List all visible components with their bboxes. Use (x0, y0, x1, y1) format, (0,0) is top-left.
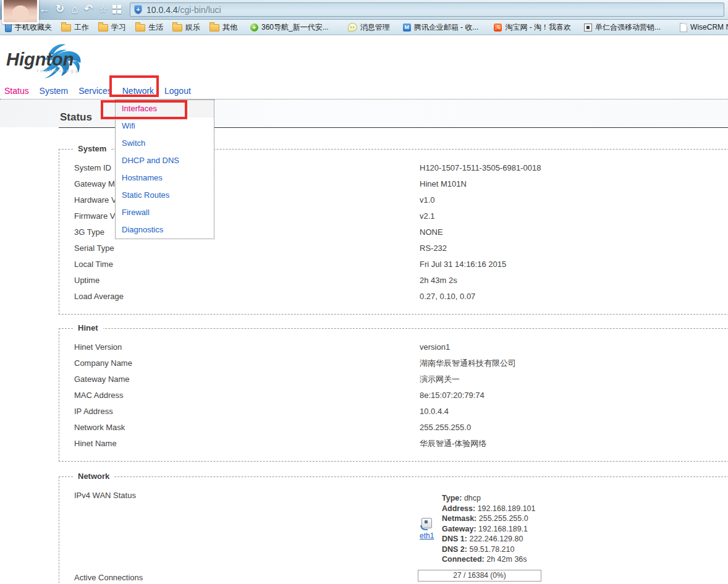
section-system-legend: System (73, 144, 111, 153)
table-row: IP Address10.0.4.4 (74, 404, 728, 420)
bookmark-folder-work[interactable]: 工作 (61, 22, 89, 33)
menu-item-diagnostics[interactable]: Diagnostics (116, 221, 214, 239)
nav-item-network[interactable]: Network (122, 86, 154, 96)
network-dropdown-menu: Interfaces Wifi Switch DHCP and DNS Host… (115, 99, 214, 239)
table-row: Hinet Name华辰智通-体验网络 (74, 436, 728, 452)
table-row: Local TimeFri Jul 31 14:16:16 2015 (74, 256, 728, 273)
star-icon[interactable]: ☆ (96, 2, 111, 17)
wan-status-value: eth1 Type: dhcp Address: 192.168.189.101… (420, 493, 536, 565)
active-connections-progressbar: 27 / 16384 (0%) (418, 570, 541, 582)
bookmark-message-manager[interactable]: 消息管理 (348, 22, 390, 33)
folder-icon (210, 24, 219, 32)
menu-item-firewall[interactable]: Firewall (116, 204, 214, 221)
nav-item-system[interactable]: System (40, 86, 69, 96)
bookmark-tencent-mail[interactable]: 腾讯企业邮箱 - 收... (403, 22, 479, 33)
menu-item-interfaces[interactable]: Interfaces (116, 100, 214, 117)
bookmark-taobao[interactable]: 淘宝网 - 淘！我喜欢 (494, 22, 571, 33)
section-hinet: Hinet Hinet Versionversion1 Company Name… (59, 328, 728, 462)
active-connections-label: Active Connections (74, 573, 143, 582)
apps-grid-icon[interactable] (112, 5, 121, 14)
wan-detail-line: Netmask: 255.255.255.0 (442, 514, 536, 524)
url-text[interactable]: 10.0.4.4/cgi-bin/luci (146, 5, 221, 15)
bookmark-folder-life[interactable]: 生活 (135, 22, 163, 33)
section-network-legend: Network (73, 472, 114, 481)
bookmarks-bar: 手机收藏夹 工作 学习 生活 娱乐 其他 360导航_新一代安... 消息管理 … (0, 20, 728, 35)
interface-eth1-link[interactable]: eth1 (420, 531, 434, 540)
table-row: Gateway Name演示网关一 (74, 371, 728, 387)
wan-detail-line: DNS 1: 222.246.129.80 (442, 534, 536, 544)
bookmark-folder-study[interactable]: 学习 (98, 22, 126, 33)
url-host: 10.0.4.4 (146, 5, 178, 15)
nav-item-services[interactable]: Services (78, 86, 112, 96)
section-network: Network IPv4 WAN Status eth1 Type: dhcp … (59, 476, 728, 584)
table-row: MAC Address8e:15:07:20:79:74 (74, 387, 728, 404)
wan-status-label: IPv4 WAN Status (74, 491, 136, 500)
home-icon[interactable]: ⌂ (67, 2, 82, 17)
wan-detail-line: Connected: 2h 42m 36s (442, 554, 536, 565)
browser-chrome: ← ↻ ⌂ ↶ ☆ 10.0.4.4/cgi-bin/luci 手机收藏夹 工作… (0, 0, 728, 35)
wan-detail-line: Gateway: 192.168.189.1 (442, 524, 536, 535)
table-row: Hinet Versionversion1 (74, 339, 728, 355)
menu-item-dhcp-dns[interactable]: DHCP and DNS (116, 152, 214, 169)
table-row: Load Average0.27, 0.10, 0.07 (74, 289, 728, 305)
folder-icon (135, 24, 145, 32)
bookmark-wisecrm[interactable]: WiseCRM NBS - ... (680, 23, 728, 32)
brand-logo: Hignton technology (6, 49, 80, 74)
user-avatar[interactable] (2, 0, 39, 24)
table-row: Network Mask255.255.255.0 (74, 420, 728, 436)
bookmark-shanren-marketing[interactable]: 单仁合强移动营销... (584, 22, 661, 33)
nav-separator (0, 99, 728, 99)
menu-item-static-routes[interactable]: Static Routes (116, 187, 214, 204)
folder-icon (98, 24, 108, 32)
section-hinet-legend: Hinet (73, 323, 103, 332)
main-nav: Status System Services Network Logout (4, 86, 199, 96)
menu-item-wifi[interactable]: Wifi (116, 117, 214, 135)
table-row: Company Name湖南华辰智通科技有限公司 (74, 355, 728, 371)
folder-icon (172, 24, 182, 32)
wan-detail-line: DNS 2: 59.51.78.210 (442, 544, 536, 555)
folder-icon (61, 24, 71, 32)
site-icon (584, 23, 592, 32)
brand-tagline: technology (37, 68, 80, 74)
back-icon[interactable]: ← (37, 2, 52, 17)
page-icon (680, 23, 687, 32)
wan-detail-line: Type: dhcp (442, 493, 536, 504)
refresh-icon[interactable]: ↻ (53, 2, 67, 17)
table-row: Uptime2h 43m 2s (74, 273, 728, 289)
bookmark-360-nav[interactable]: 360导航_新一代安... (250, 22, 329, 33)
nav-item-logout[interactable]: Logout (164, 86, 191, 96)
message-icon (348, 23, 357, 32)
screen: { "browser": { "address": {"host": "10.0… (0, 0, 728, 584)
url-path: /cgi-bin/luci (178, 5, 221, 15)
bookmark-folder-other[interactable]: 其他 (210, 22, 237, 33)
ethernet-port-icon (421, 518, 432, 528)
nav-item-status[interactable]: Status (4, 86, 29, 96)
wan-details: Type: dhcp Address: 192.168.189.101 Netm… (442, 493, 536, 565)
page-header-strip (0, 99, 728, 127)
360-nav-icon (250, 23, 258, 32)
menu-item-switch[interactable]: Switch (116, 135, 214, 152)
table-row: Serial TypeRS-232 (74, 240, 728, 256)
bookmark-folder-fun[interactable]: 娱乐 (172, 22, 200, 33)
brand-name: Hignton (6, 49, 80, 70)
security-shield-icon (134, 5, 142, 14)
tencent-mail-icon (403, 23, 411, 32)
wan-detail-line: Address: 192.168.189.101 (442, 504, 536, 514)
menu-item-hostnames[interactable]: Hostnames (116, 169, 214, 187)
taobao-icon (494, 23, 502, 32)
undo-icon[interactable]: ↶ (81, 2, 96, 17)
address-bar[interactable]: 10.0.4.4/cgi-bin/luci (130, 2, 724, 17)
page-title: Status (60, 111, 92, 124)
